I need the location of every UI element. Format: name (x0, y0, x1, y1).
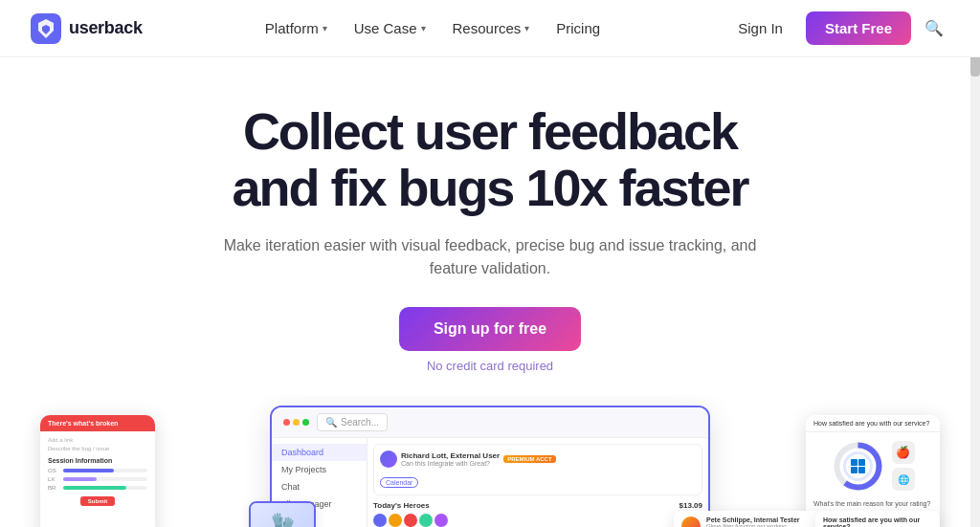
search-mini-icon: 🔍 (325, 417, 337, 428)
nps-score-area: 🍎 🌐 (806, 432, 940, 500)
progress-row-br: BR (48, 485, 147, 491)
gloves-card: 🧤 Gloves (249, 501, 316, 527)
nav-resources[interactable]: Resources ▾ (441, 12, 542, 44)
premium-badge: PREMIUM ACCT (503, 455, 555, 463)
dashboard-main: Richard Lott, External User Can this Int… (368, 438, 708, 527)
nav-pricing[interactable]: Pricing (545, 12, 612, 44)
nav-center: Platform ▾ Use Case ▾ Resources ▾ Pricin… (254, 12, 612, 44)
resources-chevron-icon: ▾ (524, 23, 529, 33)
feedback-card: Richard Lott, External User Can this Int… (373, 444, 702, 495)
hero-subtitle: Make iteration easier with visual feedba… (212, 234, 768, 280)
no-credit-text: No credit card required (427, 359, 553, 373)
sidebar-item-dashboard[interactable]: Dashboard (272, 444, 367, 461)
avatar-1 (373, 514, 387, 527)
svg-rect-5 (858, 459, 865, 466)
left-card-url-label: Add a link (48, 437, 147, 443)
left-bug-card: There's what's broken Add a link Describ… (40, 415, 155, 527)
bug-reporter-avatar (681, 516, 701, 527)
bug-report-card: Pete Schlippe, Internal Tester Glove fil… (674, 511, 827, 527)
start-free-button[interactable]: Start Free (806, 11, 911, 45)
nps-icon-apple: 🍎 (892, 441, 915, 464)
sidebar-item-chat[interactable]: Chat (272, 478, 367, 495)
hero-title: Collect user feedback and fix bugs 10x f… (19, 103, 961, 217)
cta-container: Sign up for free No credit card required (19, 307, 961, 373)
nps-donut-chart (832, 440, 884, 493)
product-area: There's what's broken Add a link Describ… (0, 396, 980, 527)
nav-right: Sign In Start Free 🔍 (723, 11, 949, 45)
svg-point-3 (844, 452, 871, 479)
dashboard-topbar: 🔍 Search... (272, 407, 708, 438)
sidebar-item-projects[interactable]: My Projects (272, 461, 367, 478)
progress-fill-br (63, 486, 126, 490)
feedback-avatar (380, 450, 397, 468)
jori-card-title: How satisfied are you with our service? (823, 516, 932, 527)
progress-row-lx: LX (48, 476, 147, 482)
feedback-user: Richard Lott, External User (401, 451, 500, 460)
search-icon[interactable]: 🔍 (919, 13, 949, 44)
logo-icon (31, 13, 61, 44)
today-heroes-label: Today's Heroes (373, 501, 448, 510)
nav-use-case[interactable]: Use Case ▾ (343, 12, 437, 44)
nps-icons: 🍎 🌐 (892, 441, 915, 491)
svg-rect-4 (851, 459, 858, 466)
progress-fill-os (63, 469, 114, 472)
nps-icon-other: 🌐 (892, 468, 915, 491)
sign-in-button[interactable]: Sign In (723, 12, 798, 44)
logo-link[interactable]: userback (31, 13, 143, 44)
navbar: userback Platform ▾ Use Case ▾ Resources… (0, 0, 980, 57)
gloves-emoji-icon: 🧤 (271, 511, 295, 527)
nav-platform[interactable]: Platform ▾ (254, 12, 339, 44)
avatar-5 (434, 514, 448, 527)
dashboard-card: 🔍 Search... Dashboard My Projects Chat F… (270, 406, 710, 527)
right-card-header: How satisfied are you with our service? (806, 415, 940, 432)
svg-rect-6 (851, 467, 858, 473)
feedback-card-header: Richard Lott, External User Can this Int… (380, 450, 696, 468)
calendar-badge[interactable]: Calendar (380, 477, 418, 488)
signup-button[interactable]: Sign up for free (399, 307, 581, 351)
jori-card: How satisfied are you with our service? … (815, 511, 940, 527)
dashboard-search[interactable]: 🔍 Search... (317, 413, 388, 431)
session-info-title: Session Information (48, 457, 147, 464)
bug-description: Glove filter function not working. (706, 523, 819, 527)
avatars-row (373, 514, 448, 527)
left-card-header: There's what's broken (40, 415, 155, 431)
use-case-chevron-icon: ▾ (421, 23, 426, 33)
feedback-question: Can this Integrate with Great? (401, 460, 500, 467)
avatar-2 (389, 514, 402, 527)
bug-reporter-name: Pete Schlippe, Internal Tester (706, 516, 819, 523)
avatar-4 (419, 514, 433, 527)
progress-row-os: OS (48, 468, 147, 473)
submit-button-mini[interactable]: Submit (80, 496, 115, 506)
platform-chevron-icon: ▾ (323, 23, 327, 33)
left-card-body: Add a link Describe the bug / issue Sess… (40, 431, 155, 512)
gloves-image: 🧤 (251, 503, 314, 527)
price-label: $13.09 (679, 501, 702, 510)
bug-info: Pete Schlippe, Internal Tester Glove fil… (706, 516, 819, 527)
nps-question: What's the main reason for your rating? (813, 500, 932, 507)
avatar-3 (404, 514, 417, 527)
search-mini-text: Search... (341, 417, 379, 428)
progress-fill-lx (63, 477, 97, 481)
brand-name: userback (69, 18, 143, 38)
hero-section: Collect user feedback and fix bugs 10x f… (0, 57, 980, 396)
svg-rect-7 (858, 467, 865, 473)
left-card-describe-label: Describe the bug / issue (48, 446, 147, 451)
dashboard-body: Dashboard My Projects Chat File Manager … (272, 438, 708, 527)
